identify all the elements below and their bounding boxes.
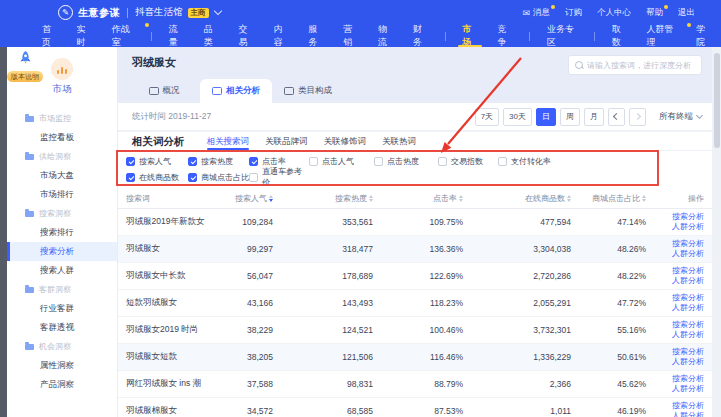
main-nav: 首页 实时 作战室 流量 品类 交易 内容 服务 营销 物流 财务 市场 竞争 … (0, 25, 721, 47)
keyword-cell: 羽绒服女 (126, 243, 221, 255)
tab-category-composition[interactable]: 类目构成 (272, 79, 344, 103)
prev-date-button[interactable] (608, 108, 625, 126)
audience-analysis-link[interactable]: 人群分析 (672, 303, 704, 313)
checkbox-icon (249, 173, 258, 182)
search-analysis-link[interactable]: 搜索分析 (672, 320, 704, 330)
table-row[interactable]: 羽绒服女短款 38,205 121,506 116.46% 1,336,229 … (118, 344, 712, 371)
audience-analysis-link[interactable]: 人群分析 (672, 411, 704, 417)
nav-realtime[interactable]: 实时 (67, 25, 102, 47)
col-click-rate-sort[interactable]: 点击率 (433, 193, 463, 204)
range-day-button[interactable]: 日 (536, 108, 556, 126)
nav-service[interactable]: 服务 (298, 25, 333, 47)
table-row[interactable]: 羽绒服棉服女 34,572 68,585 87.53% 1,011 46.19%… (118, 398, 712, 417)
tab-related-analysis[interactable]: 相关分析 (200, 79, 272, 103)
account-link[interactable]: 个人中心 (597, 7, 631, 19)
nav-finance[interactable]: 财务 (403, 25, 438, 47)
sidebar-item-product-insight[interactable]: 产品洞察 (7, 375, 117, 394)
checkbox-click-heat[interactable]: 点击热度 (374, 155, 438, 167)
tab-modifier-words[interactable]: 关联修饰词 (324, 134, 367, 150)
col-actions: 操作 (688, 193, 704, 204)
checkbox-mall-click-share[interactable]: 商城点击占比 (188, 171, 249, 183)
keyword-search-input[interactable]: 请输入搜索词，进行深度分析 (568, 55, 702, 75)
version-widget[interactable]: 版本说明 (3, 50, 47, 83)
scrollbar-thumb[interactable] (714, 53, 720, 148)
sidebar-item-market-ranking[interactable]: 市场排行 (7, 185, 117, 204)
checkbox-ztc-ref-price[interactable]: 直通车参考价 (249, 171, 309, 183)
divider (127, 8, 128, 18)
nav-home[interactable]: 首页 (32, 25, 67, 47)
checkbox-search-popularity[interactable]: 搜索人气 (126, 155, 188, 167)
nav-content[interactable]: 内容 (263, 25, 298, 47)
col-mall-click-share-sort[interactable]: 商城点击占比 (592, 193, 646, 204)
sidebar-item-audience-view[interactable]: 客群透视 (7, 318, 117, 337)
table-row[interactable]: 羽绒服女2019 时尚 38,229 124,521 100.46% 3,732… (118, 317, 712, 344)
search-analysis-link[interactable]: 搜索分析 (672, 401, 704, 411)
version-badge[interactable]: 版本说明 (7, 71, 43, 82)
search-analysis-link[interactable]: 搜索分析 (672, 239, 704, 249)
nav-data-fetch[interactable]: 取数 (602, 25, 637, 47)
tab-hot-words[interactable]: 关联热词 (382, 134, 416, 150)
range-7d-button[interactable]: 7天 (475, 108, 499, 126)
search-analysis-link[interactable]: 搜索分析 (672, 293, 704, 303)
order-link[interactable]: 订购 (565, 7, 582, 19)
nav-trade[interactable]: 交易 (229, 25, 264, 47)
nav-category[interactable]: 品类 (194, 25, 229, 47)
col-online-items-sort[interactable]: 在线商品数 (525, 193, 571, 204)
nav-marketing[interactable]: 营销 (333, 25, 368, 47)
audience-analysis-link[interactable]: 人群分析 (672, 330, 704, 340)
keyword-cell: 羽绒服女中长款 (126, 270, 221, 282)
search-analysis-link[interactable]: 搜索分析 (672, 266, 704, 276)
table-row[interactable]: 羽绒服2019年新款女 109,284 353,561 109.75% 477,… (118, 209, 712, 236)
sidebar: 市场 市场监控 监控看板 供给洞察 市场大盘 市场排行 搜索洞察 搜索排行 搜索… (7, 47, 118, 417)
help-link[interactable]: 帮助 (646, 7, 663, 19)
audience-analysis-link[interactable]: 人群分析 (672, 276, 704, 286)
tab-overview[interactable]: 概况 (128, 79, 200, 103)
table-row[interactable]: 羽绒服女 99,297 318,477 136.36% 3,304,038 48… (118, 236, 712, 263)
sidebar-item-search-audience[interactable]: 搜索人群 (7, 261, 117, 280)
notification-dot (145, 23, 149, 27)
terminal-filter-dropdown[interactable]: 所有终端 (659, 111, 702, 123)
audience-analysis-link[interactable]: 人群分析 (672, 222, 704, 232)
audience-analysis-link[interactable]: 人群分析 (672, 357, 704, 367)
checkbox-pay-conversion[interactable]: 支付转化率 (498, 155, 704, 167)
nav-competition[interactable]: 竞争 (487, 25, 522, 47)
nav-warroom[interactable]: 作战室 (102, 25, 144, 47)
nav-traffic[interactable]: 流量 (159, 25, 194, 47)
tab-related-search-words[interactable]: 相关搜索词 (207, 134, 250, 150)
search-analysis-link[interactable]: 搜索分析 (672, 212, 704, 222)
checkbox-trade-index[interactable]: 交易指数 (438, 155, 498, 167)
sidebar-item-search-ranking[interactable]: 搜索排行 (7, 223, 117, 242)
audience-analysis-link[interactable]: 人群分析 (672, 384, 704, 394)
tab-brand-words[interactable]: 关联品牌词 (265, 134, 308, 150)
nav-audience-mgmt[interactable]: 人群管理 (636, 25, 686, 47)
sidebar-item-monitor-board[interactable]: 监控看板 (7, 128, 117, 147)
table-row[interactable]: 羽绒服女中长款 56,047 178,689 122.69% 2,720,286… (118, 263, 712, 290)
logout-link[interactable]: 退出 (678, 7, 695, 19)
sidebar-item-search-analysis[interactable]: 搜索分析 (7, 242, 117, 261)
table-row[interactable]: 短款羽绒服女 43,166 143,493 118.23% 2,055,291 … (118, 290, 712, 317)
nav-business-zone[interactable]: 业务专区 (537, 25, 587, 47)
checkbox-click-popularity[interactable]: 点击人气 (309, 155, 374, 167)
sidebar-item-industry-audience[interactable]: 行业客群 (7, 299, 117, 318)
nav-market[interactable]: 市场 (453, 25, 488, 47)
checkbox-search-heat[interactable]: 搜索热度 (188, 155, 249, 167)
table-row[interactable]: 网红羽绒服女 ins 潮 37,588 98,831 88.79% 2,366 … (118, 371, 712, 398)
sidebar-item-market-overview[interactable]: 市场大盘 (7, 166, 117, 185)
next-date-button[interactable] (629, 108, 646, 126)
shop-tag-badge: 主商 (188, 8, 209, 18)
search-analysis-link[interactable]: 搜索分析 (672, 347, 704, 357)
range-week-button[interactable]: 周 (560, 108, 580, 126)
nav-logistics[interactable]: 物流 (368, 25, 403, 47)
col-search-heat-sort[interactable]: 搜索热度 (335, 193, 373, 204)
messages-link[interactable]: ✉消息 (522, 7, 550, 19)
nav-academy[interactable]: 学院 (686, 25, 721, 47)
range-30d-button[interactable]: 30天 (503, 108, 532, 126)
brand-name: 生意参谋 (78, 6, 120, 20)
audience-analysis-link[interactable]: 人群分析 (672, 249, 704, 259)
range-month-button[interactable]: 月 (584, 108, 604, 126)
col-search-popularity-sort[interactable]: 搜索人气 (235, 193, 273, 204)
checkbox-online-items[interactable]: 在线商品数 (126, 171, 188, 183)
search-analysis-link[interactable]: 搜索分析 (672, 374, 704, 384)
sidebar-item-attribute-insight[interactable]: 属性洞察 (7, 356, 117, 375)
chevron-down-icon[interactable] (213, 7, 221, 15)
